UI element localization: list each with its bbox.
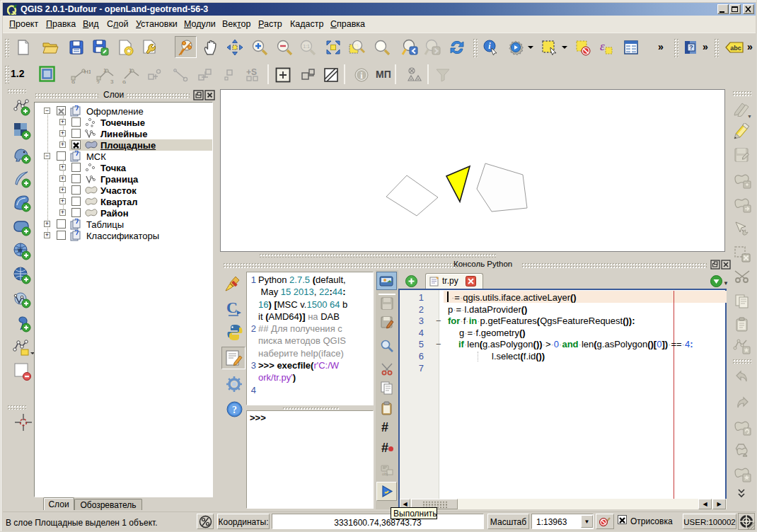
svg-text:2: 2: [96, 79, 100, 83]
svg-text:1: 1: [103, 67, 107, 74]
svg-text:?: ?: [232, 405, 237, 415]
svg-text:9: 9: [71, 79, 75, 83]
svg-text:+S: +S: [246, 67, 257, 77]
svg-text:abc: abc: [730, 45, 741, 52]
svg-text:1:1: 1:1: [303, 44, 310, 49]
svg-text:9: 9: [122, 79, 126, 83]
svg-text:H1: H1: [84, 69, 91, 75]
svg-text:C: C: [226, 299, 238, 316]
svg-text:?: ?: [689, 44, 693, 51]
svg-text:1: 1: [129, 67, 132, 74]
svg-text:obj: obj: [382, 472, 388, 476]
svg-text:W: W: [18, 248, 23, 253]
svg-text:ε: ε: [600, 40, 605, 53]
svg-text:i: i: [360, 70, 363, 81]
svg-text:3: 3: [110, 79, 114, 83]
